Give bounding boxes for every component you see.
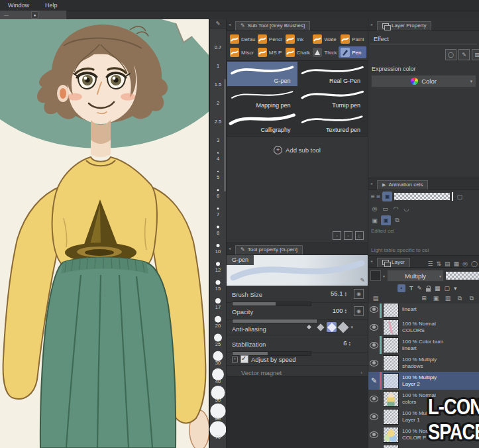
current-cel-icon[interactable] [382, 192, 392, 201]
vector-magnet-row[interactable]: Vector magnet [227, 366, 368, 378]
subtool-view-icon[interactable] [333, 231, 341, 240]
cel-opacity-strip[interactable] [394, 193, 450, 200]
mask-icon[interactable] [445, 285, 451, 292]
brush-size-item[interactable]: 8 [210, 218, 226, 237]
adjust-by-speed-checkbox[interactable] [240, 355, 248, 363]
subtool-group-thick[interactable]: Thick [311, 46, 339, 58]
brush-size-item[interactable]: 70 [210, 422, 226, 441]
layer-row-colors-upper[interactable]: 100 % NormalCOLORS [368, 318, 479, 336]
brush-size-item[interactable]: 15 [210, 274, 226, 292]
layer-row-layer2-selected[interactable]: 100 % MultiplyLayer 2 [368, 372, 479, 390]
onion-frame-icon[interactable] [381, 204, 390, 213]
brush-size-item[interactable]: 40 [210, 366, 226, 385]
canvas-illustration[interactable] [0, 19, 209, 448]
subtool-group-default[interactable]: Defau [228, 33, 256, 45]
subtool-group-chalk[interactable]: Chalk [284, 46, 311, 58]
onion-prev-icon[interactable] [370, 204, 379, 213]
brush-item-textured-pen[interactable]: Textured pen [297, 111, 368, 135]
subtool-group-paint[interactable]: Paint [339, 33, 366, 45]
layer-color-effect-icon[interactable] [472, 49, 479, 60]
cel-settings-icon[interactable] [455, 192, 464, 201]
brush-size-dynamics-icon[interactable] [354, 289, 364, 299]
transfer-layer-icon[interactable] [455, 294, 464, 303]
clip-below-icon[interactable] [398, 284, 405, 292]
brush-item-real-g-pen[interactable]: Real G-Pen [297, 62, 368, 86]
subtool-group-ink[interactable]: Ink [284, 33, 311, 45]
list-icon[interactable] [370, 194, 374, 199]
anti-aliasing-strong[interactable] [338, 322, 348, 332]
draft-layer-icon[interactable] [417, 285, 423, 292]
chevron-down-icon[interactable] [350, 325, 353, 330]
visibility-eye-icon[interactable] [370, 342, 378, 349]
layer-opacity-slider[interactable] [446, 272, 479, 280]
subtool-duplicate-icon[interactable] [344, 231, 352, 240]
visibility-eye-icon[interactable] [370, 324, 378, 331]
layer-thumbnail[interactable] [383, 427, 399, 443]
brush-item-g-pen[interactable]: G-pen [227, 62, 297, 86]
canvas-viewport[interactable] [0, 19, 209, 448]
stabilization-value[interactable]: 6 [343, 339, 346, 347]
layer-thumbnail[interactable] [383, 337, 399, 353]
visibility-eye-icon[interactable] [370, 396, 378, 402]
panel-collapse-icon[interactable] [229, 246, 231, 251]
brush-size-item[interactable]: 7 [210, 199, 226, 218]
visibility-eye-icon[interactable] [370, 414, 378, 420]
chevron-down-icon[interactable] [454, 285, 457, 292]
brush-size-item[interactable]: 20 [210, 311, 226, 329]
onion-after-icon[interactable] [402, 204, 411, 213]
brush-size-stepper[interactable]: ▴▾ [345, 291, 346, 296]
brush-size-item[interactable]: 12 [210, 255, 226, 274]
new-folder-icon[interactable] [443, 294, 452, 303]
anti-aliasing-weak[interactable] [315, 322, 325, 332]
blend-mode-select[interactable]: Multiply [387, 270, 444, 282]
visibility-eye-icon[interactable] [370, 360, 378, 366]
subtool-delete-icon[interactable] [355, 231, 364, 240]
visibility-eye-icon[interactable] [370, 306, 378, 313]
visibility-eye-icon[interactable] [370, 431, 378, 438]
lock-transparent-icon[interactable] [435, 285, 441, 292]
layer-thumbnail[interactable] [383, 355, 399, 371]
add-sub-tool-button[interactable]: + Add sub tool [227, 137, 368, 164]
brush-size-item[interactable]: 17 [210, 292, 226, 311]
layer-grid-icon[interactable] [454, 260, 460, 267]
sub-tool-tab[interactable]: Sub Tool [Grey Brushes] [235, 21, 310, 30]
text-layer-icon[interactable] [409, 285, 413, 292]
layer-property-tab[interactable]: Layer Property [377, 21, 431, 30]
layer-thumbnail[interactable] [383, 373, 399, 389]
brush-size-value[interactable]: 55.1 [331, 290, 343, 297]
subtool-group-pen[interactable]: Pen [339, 46, 366, 58]
animation-cels-tab[interactable]: Animation cels [377, 180, 428, 190]
new-vector-layer-icon[interactable] [431, 294, 441, 303]
layer-tab[interactable]: Layer [377, 258, 410, 267]
toolbar-dot-icon[interactable]: ● [31, 11, 38, 19]
palette-color-thumb[interactable] [370, 270, 381, 281]
brush-item-mapping-pen[interactable]: Mapping pen [227, 86, 297, 111]
cel-slider-handle[interactable] [452, 192, 453, 201]
chevron-down-icon[interactable] [383, 274, 385, 278]
register-brush-icon[interactable] [360, 277, 365, 284]
layer-thumbnail[interactable] [383, 445, 399, 448]
layer-menu-icon[interactable] [427, 260, 433, 267]
layer-thumbnail[interactable] [383, 319, 399, 335]
brush-size-item[interactable]: 1 [210, 51, 226, 70]
opacity-stepper[interactable]: ▴▾ [345, 308, 346, 313]
merge-layer-icon[interactable] [467, 294, 476, 303]
onion-before-icon[interactable] [392, 204, 400, 213]
layer-search-icon[interactable] [462, 260, 468, 267]
anti-aliasing-none[interactable] [304, 322, 314, 332]
subtool-group-water[interactable]: Wate [311, 33, 339, 45]
brush-size-item[interactable]: 60 [210, 404, 226, 422]
panel-collapse-icon[interactable] [370, 181, 372, 186]
menu-item-help[interactable]: Help [45, 2, 58, 9]
layer-palette-icon[interactable] [445, 260, 451, 267]
anti-aliasing-middle[interactable] [327, 322, 337, 332]
new-layer-icon[interactable] [419, 294, 429, 303]
panel-collapse-icon[interactable] [370, 22, 372, 27]
brush-size-item[interactable]: 50 [210, 385, 226, 404]
border-effect-icon[interactable] [445, 49, 456, 60]
expander-icon[interactable]: + [232, 357, 238, 363]
stabilization-stepper[interactable]: ▴▾ [348, 341, 350, 346]
panel-collapse-icon[interactable] [229, 22, 231, 27]
tone-effect-icon[interactable] [458, 49, 470, 60]
copy-cel-icon[interactable] [393, 216, 401, 225]
